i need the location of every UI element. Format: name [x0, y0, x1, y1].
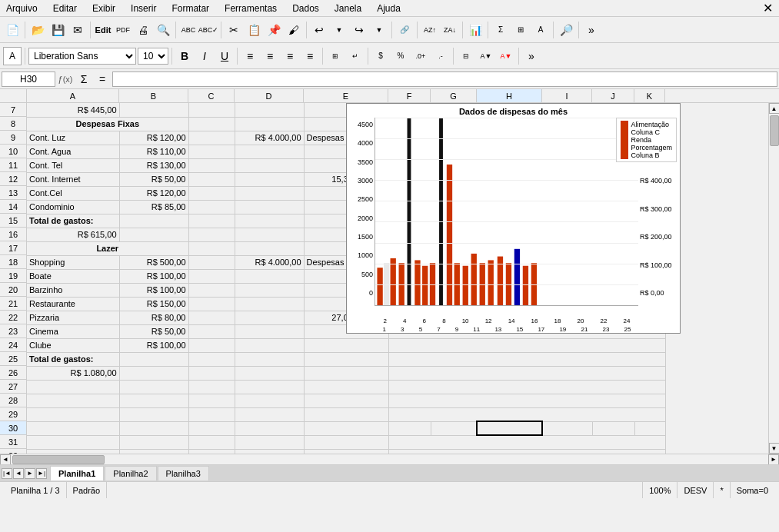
- menu-dados[interactable]: Dados: [289, 2, 322, 15]
- row-num-13[interactable]: 13: [0, 186, 26, 200]
- col-header-D[interactable]: D: [235, 89, 304, 102]
- chart-button[interactable]: 📊: [466, 21, 484, 39]
- cell-D24[interactable]: [235, 338, 304, 352]
- cell-D19[interactable]: [235, 269, 304, 283]
- tab-nav-first[interactable]: |◄: [2, 468, 12, 479]
- undo-drop-button[interactable]: ▼: [330, 21, 348, 39]
- scroll-down-button[interactable]: ▼: [769, 443, 780, 454]
- cut-button[interactable]: ✂: [225, 21, 243, 39]
- bold-button[interactable]: B: [175, 47, 194, 65]
- format-paint-button[interactable]: 🖌: [285, 21, 303, 39]
- cell-C18[interactable]: [188, 255, 235, 269]
- email-button[interactable]: ✉: [68, 21, 87, 39]
- col-header-F[interactable]: F: [388, 89, 431, 102]
- menu-exibir[interactable]: Exibir: [89, 2, 118, 15]
- cell-A7[interactable]: R$ 445,00: [27, 103, 119, 117]
- cell-A8[interactable]: Despesas Fixas: [27, 117, 188, 131]
- cell-C31[interactable]: [188, 435, 235, 449]
- hyperlink-button[interactable]: 🔗: [395, 21, 414, 39]
- cell-C24[interactable]: [188, 338, 235, 352]
- row-num-23[interactable]: 23: [0, 324, 26, 338]
- cell-C12[interactable]: [188, 172, 235, 186]
- cell-E31[interactable]: [304, 435, 388, 449]
- print-button[interactable]: 🖨: [134, 21, 152, 39]
- cell-E30[interactable]: [304, 421, 388, 435]
- tab-planilha3[interactable]: Planilha3: [158, 466, 209, 480]
- cell-D14[interactable]: [235, 200, 304, 214]
- cell-D17[interactable]: [235, 241, 304, 255]
- menu-arquivo[interactable]: Arquivo: [3, 2, 41, 15]
- cell-B29[interactable]: [119, 407, 188, 421]
- borders-button[interactable]: ⊟: [457, 47, 475, 65]
- menu-formatar[interactable]: Formatar: [168, 2, 212, 15]
- cell-D21[interactable]: [235, 297, 304, 311]
- row-num-28[interactable]: 28: [0, 394, 26, 407]
- cell-A20[interactable]: Barzinho: [27, 283, 119, 297]
- cell-C16[interactable]: [188, 228, 235, 241]
- sigma-icon[interactable]: Σ: [75, 71, 92, 88]
- cell-C19[interactable]: [188, 269, 235, 283]
- cell-C20[interactable]: [188, 283, 235, 297]
- cell-D18[interactable]: R$ 4.000,00: [235, 255, 304, 269]
- cell-C32[interactable]: [188, 449, 235, 454]
- col-header-A[interactable]: A: [27, 89, 119, 102]
- percent-button[interactable]: %: [391, 47, 410, 65]
- col-header-B[interactable]: B: [119, 89, 188, 102]
- cell-D15[interactable]: [235, 214, 304, 228]
- cell-B30[interactable]: [119, 421, 188, 435]
- row-num-22[interactable]: 22: [0, 311, 26, 324]
- cell-C14[interactable]: [188, 200, 235, 214]
- row-num-20[interactable]: 20: [0, 283, 26, 297]
- cell-B9[interactable]: R$ 120,00: [119, 131, 188, 145]
- row-num-19[interactable]: 19: [0, 269, 26, 283]
- row-num-7[interactable]: 7: [0, 103, 26, 117]
- row-num-32[interactable]: 32: [0, 449, 26, 454]
- cell-B16[interactable]: [119, 228, 188, 241]
- col-header-C[interactable]: C: [188, 89, 235, 102]
- cell-A15[interactable]: Total de gastos:: [27, 214, 119, 228]
- justify-button[interactable]: ≡: [301, 47, 319, 65]
- cell-C30[interactable]: [188, 421, 235, 435]
- align-right-button[interactable]: ≡: [281, 47, 299, 65]
- cell-D11[interactable]: [235, 158, 304, 172]
- cell-D16[interactable]: [235, 228, 304, 241]
- row-num-30[interactable]: 30: [0, 421, 26, 435]
- cell-A16[interactable]: R$ 615,00: [27, 228, 119, 241]
- cell-B27[interactable]: [119, 380, 188, 394]
- cell-A32[interactable]: [27, 449, 119, 454]
- cell-B11[interactable]: R$ 130,00: [119, 158, 188, 172]
- vertical-scrollbar[interactable]: ▲ ▼: [768, 103, 779, 454]
- cell-C17[interactable]: [188, 241, 235, 255]
- col-header-H[interactable]: H: [477, 89, 542, 102]
- edit-button[interactable]: Edit: [94, 21, 112, 39]
- tab-nav-last[interactable]: ►|: [36, 468, 47, 479]
- cell-B25[interactable]: [119, 352, 188, 366]
- cell-B26[interactable]: [119, 366, 188, 380]
- cell-A23[interactable]: Cinema: [27, 324, 119, 338]
- row-num-31[interactable]: 31: [0, 435, 26, 449]
- function-wizard-icon[interactable]: ƒ(x): [57, 71, 74, 88]
- hscroll-thumb[interactable]: [12, 455, 105, 464]
- cell-I30[interactable]: [542, 421, 592, 435]
- cell-B10[interactable]: R$ 110,00: [119, 145, 188, 158]
- underline-button[interactable]: U: [215, 47, 234, 65]
- align-left-button[interactable]: ≡: [241, 47, 259, 65]
- row-num-17[interactable]: 17: [0, 241, 26, 255]
- menu-inserir[interactable]: Inserir: [128, 2, 159, 15]
- cell-C7[interactable]: [188, 103, 235, 117]
- cell-A28[interactable]: [27, 394, 119, 407]
- font-name-select[interactable]: Liberation Sans: [28, 48, 136, 65]
- styles-box[interactable]: A: [3, 47, 22, 65]
- cell-B14[interactable]: R$ 85,00: [119, 200, 188, 214]
- cell-D7[interactable]: [235, 103, 304, 117]
- dec-increase-button[interactable]: .0+: [411, 47, 430, 65]
- cell-B31[interactable]: [119, 435, 188, 449]
- row-num-25[interactable]: 25: [0, 352, 26, 366]
- cell-B7[interactable]: [119, 103, 188, 117]
- row-num-9[interactable]: 9: [0, 131, 26, 145]
- currency-button[interactable]: $: [371, 47, 390, 65]
- align-center-button[interactable]: ≡: [261, 47, 279, 65]
- merge-button[interactable]: ⊞: [326, 47, 345, 65]
- row-num-24[interactable]: 24: [0, 338, 26, 352]
- cell-D30[interactable]: [235, 421, 304, 435]
